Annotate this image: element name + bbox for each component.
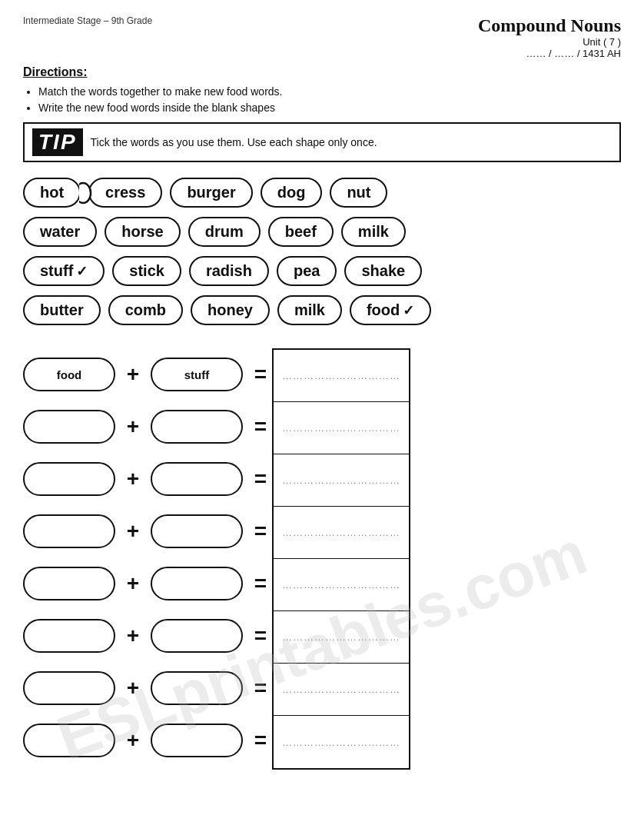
plus-sign-3: + [121, 467, 144, 491]
word-stuff: stuff ✓ [23, 256, 105, 286]
word-hot: hot [23, 178, 81, 208]
equals-sign-5: = [249, 571, 272, 596]
eq-left-4 [23, 514, 115, 548]
plus-sign-4: + [121, 519, 144, 544]
answer-line-1: …………………………… [274, 350, 409, 402]
word-beef: beef [268, 217, 334, 247]
word-row-2: water horse drum beef milk [23, 217, 621, 247]
plus-sign-5: + [121, 571, 144, 596]
tip-text: Tick the words as you use them. Use each… [91, 136, 377, 148]
eq-row-6: + = [23, 610, 272, 662]
answer-line-4: …………………………… [274, 507, 409, 559]
eq-row-5: + = [23, 557, 272, 610]
tip-box: TIP Tick the words as you use them. Use … [23, 122, 621, 162]
equals-sign-7: = [249, 676, 272, 700]
eq-left-6 [23, 619, 115, 653]
unit-label: Unit ( 7 ) [478, 36, 621, 48]
word-nut: nut [330, 178, 387, 208]
equals-sign-1: = [249, 362, 272, 387]
word-water: water [23, 217, 97, 247]
svg-point-0 [79, 183, 91, 203]
answer-line-6: …………………………… [274, 611, 409, 664]
eq-row-2: + = [23, 401, 272, 453]
word-cress: cress [88, 178, 162, 208]
eq-right-1: stuff [151, 358, 243, 391]
word-row-4: butter comb honey milk food ✓ [23, 295, 621, 325]
answer-line-8: …………………………… [274, 716, 409, 768]
word-stick: stick [112, 256, 181, 286]
word-horse: horse [105, 217, 180, 247]
directions-list: Match the words together to make new foo… [38, 84, 621, 116]
directions-section: Directions: Match the words together to … [23, 65, 621, 116]
eq-left-1: food [23, 358, 115, 391]
answer-line-7: …………………………… [274, 664, 409, 716]
words-section: hot cress burger dog nut water horse dru… [23, 178, 621, 325]
word-row-1: hot cress burger dog nut [23, 178, 621, 208]
eq-right-2 [151, 410, 243, 444]
page-title: Compound Nouns [478, 15, 621, 36]
eq-left-5 [23, 567, 115, 600]
answer-line-5: …………………………… [274, 559, 409, 611]
eq-right-6 [151, 619, 243, 653]
eq-left-7 [23, 671, 115, 705]
eq-row-3: + = [23, 453, 272, 505]
equals-sign-6: = [249, 624, 272, 648]
stage-label: Intermediate Stage – 9th Grade [23, 15, 152, 26]
answer-line-3: …………………………… [274, 454, 409, 507]
direction-item-2: Write the new food words inside the blan… [38, 100, 621, 116]
plus-sign-8: + [121, 728, 144, 753]
eq-right-5 [151, 567, 243, 600]
eq-left-8 [23, 724, 115, 757]
word-comb: comb [108, 295, 183, 325]
eq-right-7 [151, 671, 243, 705]
eq-left-2 [23, 410, 115, 444]
date-label: …… / …… / 1431 AH [478, 48, 621, 59]
equation-section: food + stuff = + = + = + = + [23, 348, 621, 770]
eq-right-4 [151, 514, 243, 548]
word-burger: burger [170, 178, 252, 208]
direction-item-1: Match the words together to make new foo… [38, 84, 621, 100]
answer-line-2: …………………………… [274, 402, 409, 454]
eq-right-8 [151, 724, 243, 757]
eq-row-7: + = [23, 662, 272, 714]
word-drum: drum [188, 217, 261, 247]
word-milk-1: milk [341, 217, 406, 247]
plus-sign-6: + [121, 624, 144, 648]
word-row-3: stuff ✓ stick radish pea shake [23, 256, 621, 286]
eq-right-3 [151, 462, 243, 496]
tip-label: TIP [32, 128, 83, 156]
word-food: food ✓ [350, 295, 431, 325]
eq-row-8: + = [23, 714, 272, 767]
word-shake: shake [344, 256, 422, 286]
plus-sign-7: + [121, 676, 144, 700]
word-radish: radish [189, 256, 269, 286]
word-pea: pea [277, 256, 337, 286]
equals-sign-8: = [249, 728, 272, 753]
plus-sign-2: + [121, 414, 144, 439]
eq-left-3 [23, 462, 115, 496]
eq-row-4: + = [23, 505, 272, 557]
page-header: Intermediate Stage – 9th Grade Compound … [23, 15, 621, 59]
equation-left-column: food + stuff = + = + = + = + [23, 348, 272, 767]
answer-box: …………………………… …………………………… …………………………… …………… [272, 348, 410, 770]
word-dog: dog [261, 178, 323, 208]
equals-sign-4: = [249, 519, 272, 544]
directions-title: Directions: [23, 65, 621, 79]
eq-row-1: food + stuff = [23, 348, 272, 401]
word-milk-2: milk [277, 295, 342, 325]
equals-sign-2: = [249, 414, 272, 439]
word-honey: honey [191, 295, 270, 325]
title-block: Compound Nouns Unit ( 7 ) …… / …… / 1431… [478, 15, 621, 59]
plus-sign-1: + [121, 362, 144, 387]
equals-sign-3: = [249, 467, 272, 491]
word-butter: butter [23, 295, 101, 325]
